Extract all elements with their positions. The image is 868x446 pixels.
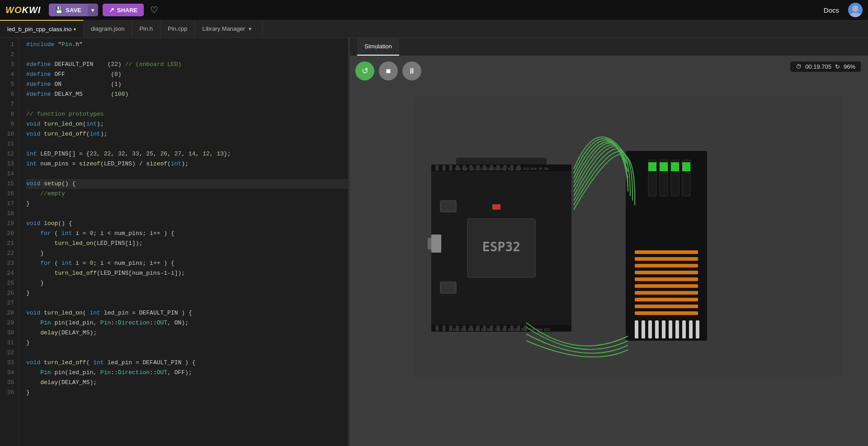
svg-rect-40 [510, 326, 513, 331]
svg-rect-21 [470, 165, 472, 170]
docs-link[interactable]: Docs [824, 6, 839, 14]
code-line-3: #define DEFAULT_PIN (22) // (onboard LED… [26, 60, 348, 70]
tab-main[interactable]: led_b_pin_cpp_class.ino • [0, 20, 84, 38]
code-line-36: } [26, 388, 348, 398]
code-line-22: } [26, 249, 348, 258]
code-line-1: #include "Pin.h" [26, 40, 348, 50]
svg-rect-33 [463, 326, 466, 331]
simulation-tab[interactable]: Simulation [357, 38, 399, 56]
svg-rect-13 [428, 238, 431, 249]
code-line-34: Pin pin(led_pin, Pin::Direction::OUT, OF… [26, 368, 348, 378]
line-number-30: 30 [0, 328, 14, 338]
line-number-21: 21 [0, 239, 14, 249]
simulation-timer: ⏱ 00:19.705 ↻ 96% [790, 61, 861, 72]
line-number-18: 18 [0, 209, 14, 219]
code-line-6: #define DELAY_MS (100) [26, 89, 348, 99]
code-line-23: for ( int i = 0; i < num_pins; i++ ) { [26, 258, 348, 268]
favorite-button[interactable]: ♡ [150, 5, 158, 15]
svg-rect-72 [675, 320, 679, 338]
svg-rect-67 [642, 320, 645, 338]
code-line-29: Pin pin(led_pin, Pin::Direction::OUT, ON… [26, 318, 348, 328]
line-number-14: 14 [0, 169, 14, 179]
code-line-2 [26, 50, 348, 60]
save-button[interactable]: 💾 SAVE [49, 4, 87, 16]
code-line-33: void turn_led_off( int led_pin = DEFAULT… [26, 358, 348, 368]
save-icon: 💾 [55, 6, 63, 14]
svg-rect-27 [510, 165, 513, 170]
tab-library[interactable]: Library Manager ▾ [195, 20, 263, 38]
svg-text:ESP32: ESP32 [482, 239, 520, 254]
line-number-2: 2 [0, 50, 14, 60]
svg-rect-61 [635, 284, 698, 288]
svg-rect-74 [689, 320, 693, 338]
code-line-5: #define ON (1) [26, 80, 348, 89]
line-number-7: 7 [0, 99, 14, 109]
share-button[interactable]: ↗ SHARE [103, 4, 144, 16]
line-number-9: 9 [0, 119, 14, 129]
svg-rect-62 [635, 291, 698, 295]
code-line-7 [26, 99, 348, 109]
line-number-13: 13 [0, 159, 14, 169]
svg-rect-9 [440, 201, 456, 212]
svg-rect-23 [483, 165, 486, 170]
svg-rect-51 [660, 162, 668, 171]
svg-rect-19 [456, 165, 459, 170]
svg-rect-29 [436, 326, 439, 331]
line-number-24: 24 [0, 268, 14, 278]
tab-pincpp[interactable]: Pin.cpp [160, 20, 195, 38]
main-content: 1234567891011121314151617181920212223242… [0, 38, 868, 446]
svg-rect-55 [682, 162, 690, 171]
svg-rect-12 [431, 235, 441, 253]
svg-rect-30 [443, 326, 445, 331]
line-number-35: 35 [0, 378, 14, 388]
tab-diagram[interactable]: diagram.json [84, 20, 132, 38]
stop-button[interactable]: ■ [379, 61, 398, 80]
pause-button[interactable]: ⏸ [402, 61, 421, 80]
svg-rect-65 [635, 311, 698, 315]
line-number-20: 20 [0, 229, 14, 239]
svg-point-0 [852, 5, 859, 12]
code-line-14 [26, 169, 348, 179]
svg-rect-17 [443, 165, 445, 170]
code-line-4: #define OFF (0) [26, 70, 348, 80]
pause-icon: ⏸ [408, 66, 416, 76]
code-line-28: void turn_led_on( int led_pin = DEFAULT_… [26, 308, 348, 318]
svg-rect-73 [682, 320, 686, 338]
svg-rect-53 [671, 162, 679, 171]
code-line-17: } [26, 199, 348, 209]
line-number-16: 16 [0, 189, 14, 199]
circuit-diagram: ESP32 VIN GND D13 D12 D14 D27 D26 D25 D3… [386, 79, 861, 395]
svg-rect-10 [440, 282, 456, 293]
library-dropdown-icon[interactable]: ▾ [245, 20, 255, 38]
code-line-12: int LED_PINS[] = {23, 22, 32, 33, 25, 26… [26, 149, 348, 159]
code-line-35: delay(DELAY_MS); [26, 378, 348, 388]
svg-rect-59 [635, 271, 698, 274]
svg-rect-49 [648, 162, 656, 171]
avatar[interactable] [848, 3, 863, 17]
logo: WOKWI [5, 5, 41, 15]
line-number-28: 28 [0, 308, 14, 318]
line-number-12: 12 [0, 149, 14, 159]
tab-pinh[interactable]: Pin.h [132, 20, 160, 38]
line-number-3: 3 [0, 60, 14, 70]
line-number-5: 5 [0, 80, 14, 89]
svg-rect-56 [635, 250, 698, 254]
line-number-19: 19 [0, 219, 14, 229]
save-label: SAVE [66, 7, 81, 14]
svg-rect-42 [524, 326, 527, 331]
simulation-tabbar: Simulation [350, 38, 868, 56]
restart-button[interactable]: ↺ [355, 61, 374, 80]
save-dropdown-button[interactable]: ▾ [88, 4, 98, 16]
topbar: WOKWI 💾 SAVE ▾ ↗ SHARE ♡ Docs [0, 0, 868, 20]
svg-text:VIN GND D13 D12 D14 D27 D26 D2: VIN GND D13 D12 D14 D27 D26 D25 D33 D32 … [455, 167, 548, 171]
share-icon: ↗ [109, 6, 114, 14]
svg-rect-75 [696, 320, 699, 338]
line-number-29: 29 [0, 318, 14, 328]
esp32-board: ESP32 VIN GND D13 D12 D14 D27 D26 D25 D3… [428, 158, 571, 332]
code-editor[interactable]: #include "Pin.h"#define DEFAULT_PIN (22)… [19, 38, 348, 446]
svg-rect-60 [635, 277, 698, 281]
svg-rect-25 [497, 165, 500, 170]
line-number-36: 36 [0, 388, 14, 398]
line-number-27: 27 [0, 298, 14, 308]
simulation-controls: ↺ ■ ⏸ [355, 61, 421, 80]
